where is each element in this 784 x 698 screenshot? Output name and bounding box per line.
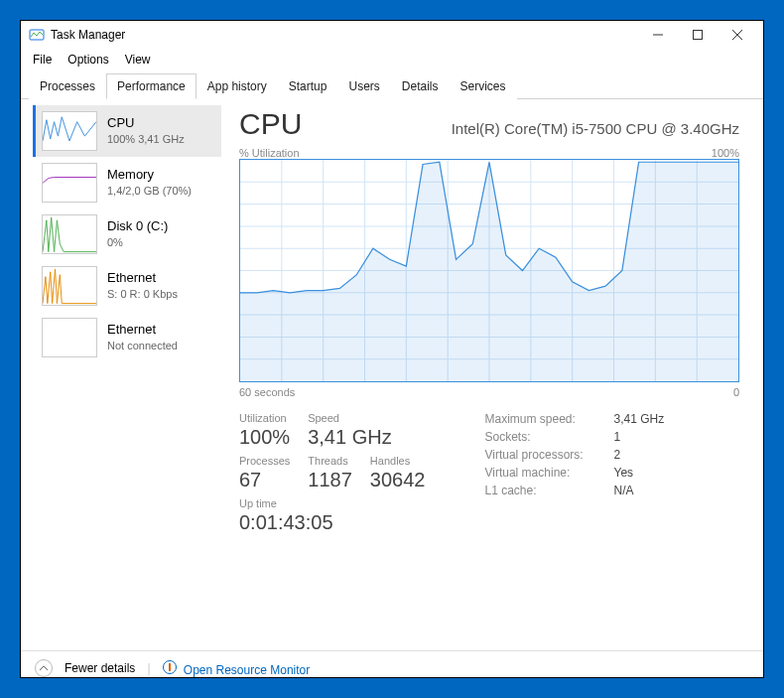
app-icon	[29, 27, 45, 43]
tab-users[interactable]: Users	[337, 73, 390, 99]
stat-uptime: 0:01:43:05	[239, 511, 333, 534]
minimize-button[interactable]	[638, 21, 678, 49]
stat-key: Maximum speed:	[484, 412, 613, 426]
graph-label-tl: % Utilization	[239, 147, 300, 159]
sidebar-item-label: Ethernet	[107, 323, 178, 337]
sidebar: CPU 100% 3,41 GHz Memory 1,4/2,0 GB (70%…	[21, 99, 229, 650]
stat-threads: 1187	[308, 469, 352, 491]
disk-thumb-icon	[42, 214, 97, 254]
task-manager-window: Task Manager File Options View Processes…	[20, 20, 764, 678]
tab-processes[interactable]: Processes	[29, 73, 106, 99]
stat-label: Utilization	[239, 412, 290, 424]
stat-key: Virtual processors:	[484, 448, 613, 462]
chevron-up-icon[interactable]	[35, 659, 53, 677]
tab-startup[interactable]: Startup	[278, 73, 338, 99]
open-resource-monitor-link[interactable]: Open Resource Monitor	[163, 660, 311, 677]
maximize-button[interactable]	[678, 21, 718, 49]
stat-label: Threads	[308, 455, 352, 467]
sidebar-item-sub: 0%	[107, 235, 168, 249]
graph-label-bl: 60 seconds	[239, 386, 295, 398]
stat-key: Virtual machine:	[484, 466, 613, 480]
ethernet-thumb-icon	[42, 266, 97, 306]
stat-label: Up time	[239, 497, 333, 509]
sidebar-item-disk[interactable]: Disk 0 (C:) 0%	[33, 209, 221, 260]
ethernet2-thumb-icon	[42, 318, 97, 357]
titlebar[interactable]: Task Manager	[21, 21, 763, 49]
main-panel: CPU Intel(R) Core(TM) i5-7500 CPU @ 3.40…	[229, 99, 763, 650]
svg-rect-2	[694, 31, 703, 40]
cpu-utilization-graph[interactable]	[239, 159, 739, 382]
menu-view[interactable]: View	[119, 51, 157, 69]
sidebar-item-label: Disk 0 (C:)	[107, 219, 168, 233]
menu-file[interactable]: File	[27, 51, 58, 69]
window-title: Task Manager	[51, 28, 638, 42]
sidebar-item-label: CPU	[107, 116, 185, 130]
tab-app-history[interactable]: App history	[196, 73, 278, 99]
close-button[interactable]	[718, 21, 757, 49]
tab-details[interactable]: Details	[391, 73, 450, 99]
footer: Fewer details | Open Resource Monitor	[21, 650, 763, 685]
tab-bar: Processes Performance App history Startu…	[21, 72, 763, 99]
stat-handles: 30642	[370, 469, 426, 491]
menu-options[interactable]: Options	[62, 51, 114, 69]
sidebar-item-ethernet-2[interactable]: Ethernet Not connected	[33, 312, 221, 363]
sidebar-item-label: Ethernet	[107, 271, 178, 285]
stat-val: 1	[613, 430, 620, 444]
cpu-model: Intel(R) Core(TM) i5-7500 CPU @ 3.40GHz	[452, 120, 739, 137]
right-stats: Maximum speed:3,41 GHz Sockets:1 Virtual…	[484, 412, 664, 540]
sidebar-item-sub: S: 0 R: 0 Kbps	[107, 287, 178, 301]
tab-services[interactable]: Services	[450, 73, 517, 99]
sidebar-item-ethernet[interactable]: Ethernet S: 0 R: 0 Kbps	[33, 260, 221, 312]
menubar: File Options View	[21, 49, 763, 72]
sidebar-item-sub: 100% 3,41 GHz	[107, 132, 185, 146]
fewer-details-link[interactable]: Fewer details	[65, 661, 135, 675]
stat-processes: 67	[239, 469, 290, 491]
cpu-thumb-icon	[42, 111, 97, 151]
memory-thumb-icon	[42, 163, 97, 203]
stat-utilization: 100%	[239, 426, 290, 449]
page-title: CPU	[239, 107, 302, 141]
stat-label: Processes	[239, 455, 290, 467]
sidebar-item-sub: 1,4/2,0 GB (70%)	[107, 184, 192, 198]
stat-val: 2	[613, 448, 620, 462]
graph-label-br: 0	[733, 386, 739, 398]
stat-val: Yes	[613, 466, 633, 480]
stat-val: 3,41 GHz	[613, 412, 664, 426]
stat-val: N/A	[613, 484, 633, 497]
stat-key: Sockets:	[484, 430, 613, 444]
stat-label: Handles	[370, 455, 426, 467]
sidebar-item-sub: Not connected	[107, 339, 178, 352]
sidebar-item-label: Memory	[107, 168, 192, 182]
sidebar-item-memory[interactable]: Memory 1,4/2,0 GB (70%)	[33, 157, 221, 209]
stat-label: Speed	[308, 412, 391, 424]
graph-label-tr: 100%	[712, 147, 739, 159]
stat-speed: 3,41 GHz	[308, 426, 391, 449]
tab-performance[interactable]: Performance	[106, 73, 196, 99]
sidebar-item-cpu[interactable]: CPU 100% 3,41 GHz	[33, 105, 221, 157]
resource-monitor-icon	[163, 660, 177, 674]
stat-key: L1 cache:	[484, 484, 613, 497]
